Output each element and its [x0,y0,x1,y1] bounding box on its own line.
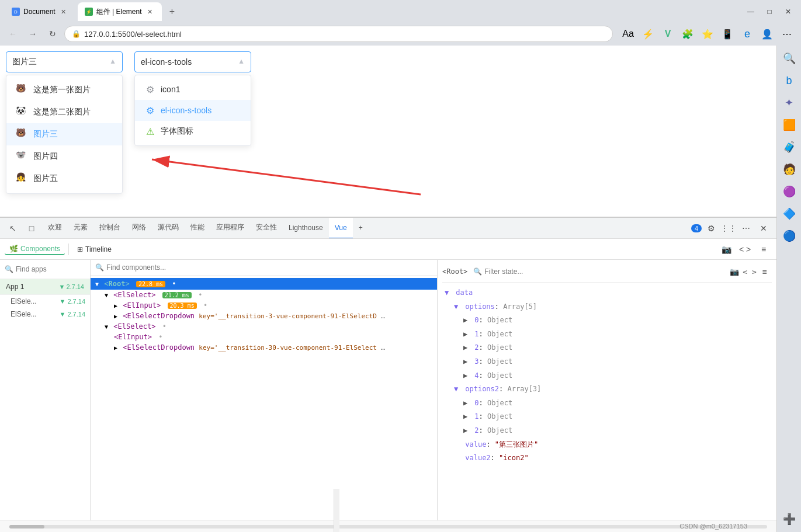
devtools-network-conditions-button[interactable]: ⋮⋮ [720,220,737,237]
comp-row-dropdown1[interactable]: ▶ <ElSelectDropdown key='__transition-3-… [91,311,424,321]
options2-root-expand-icon[interactable]: ▼ [454,383,461,396]
tab-welcome[interactable]: 欢迎 [42,218,68,239]
refresh-button[interactable]: ↻ [44,26,61,42]
tab-network[interactable]: 网络 [126,218,152,239]
tab-vue[interactable]: Vue [329,218,353,239]
forward-button[interactable]: → [25,26,41,42]
comp-row-elinput1[interactable]: ▶ <ElInput> 20.3 ms • [91,300,437,311]
screenshot-data-button[interactable]: 📷 [727,265,741,279]
inspect-button[interactable]: < > [737,241,753,258]
tab-more[interactable]: + [353,218,369,239]
select1-option-2[interactable]: 🐻 图片三 [6,123,122,145]
opt2-0-expand-icon[interactable]: ▶ [463,397,470,410]
timeline-tab-button[interactable]: ⊞ Timeline [72,244,116,255]
select1-option-0[interactable]: 🐻 这是第一张图片 [6,79,122,101]
comp-row-elselect2[interactable]: ▼ <ElSelect> • [91,321,437,332]
dropdown1-collapse-icon[interactable]: ▶ [114,313,117,319]
scrollbar-thumb[interactable] [9,525,44,528]
comp-row-dropdown2[interactable]: ▶ <ElSelectDropdown key='__transition-30… [91,342,424,353]
expand-all-button[interactable]: ≡ [758,265,772,279]
devtools-settings-button[interactable]: ⚙ [703,220,719,237]
data-row-options2-1[interactable]: ▶ 1: Object [442,410,772,424]
options1-expand-icon[interactable]: ▶ [463,328,470,341]
elinput1-collapse-icon[interactable]: ▶ [114,302,117,309]
opt2-1-expand-icon[interactable]: ▶ [463,411,470,423]
profile-icon[interactable]: 👤 [758,25,776,43]
filter-state-input[interactable] [484,267,725,276]
select2-option-2[interactable]: ⚠ 字体图标 [135,121,251,142]
tab-console[interactable]: 控制台 [93,218,126,239]
vue-icon[interactable]: V [658,25,677,43]
minimize-button[interactable]: — [743,4,759,20]
collections-icon[interactable]: 📱 [718,25,737,43]
comp-search-input[interactable] [106,263,432,272]
scrollbar-track[interactable] [9,525,767,528]
more-button[interactable]: ⋯ [778,25,796,43]
tab-element-close[interactable]: ✕ [145,7,155,16]
url-bar[interactable]: 🔒 127.0.0.1:5500/el-select.html [64,26,613,42]
data-expand-icon[interactable]: ▼ [445,287,452,300]
more-options-button[interactable]: ≡ [755,241,772,258]
back-button[interactable]: ← [5,26,21,42]
comp-row-elselect1[interactable]: ▼ <ElSelect> 21.2 ms • [91,290,437,300]
dropdown2-collapse-icon[interactable]: ▶ [114,345,117,351]
extensions-icon[interactable]: 🧩 [678,25,697,43]
data-row-options-4[interactable]: ▶ 4: Object [442,369,772,383]
components-tab-button[interactable]: 🌿 Components [5,244,65,255]
immersive-reader-icon[interactable]: ⚡ [639,25,657,43]
opt2-2-expand-icon[interactable]: ▶ [463,425,470,437]
edge-icon[interactable]: e [738,25,757,43]
data-row-options-2[interactable]: ▶ 2: Object [442,341,772,355]
select1-input[interactable]: 图片三 ▼ [6,51,123,72]
options3-expand-icon[interactable]: ▶ [463,356,470,368]
elselect2-collapse-icon[interactable]: ▼ [105,324,108,330]
data-row-options2[interactable]: ▼ options2: Array[3] [442,383,772,397]
root-collapse-icon[interactable]: ▼ [95,281,99,287]
read-aloud-icon[interactable]: Aa [619,25,637,43]
tab-lighthouse[interactable]: Lighthouse [283,218,329,239]
tab-element[interactable]: ⚡ 组件 | Element ✕ [78,2,162,21]
comp-row-root[interactable]: ▼ <Root> 22.8 ms • [91,278,437,290]
new-tab-button[interactable]: + [164,4,181,20]
device-toolbar-icon[interactable]: □ [23,220,40,237]
app-item-0[interactable]: App 1 ▼ 2.7.14 [0,279,90,295]
tab-performance[interactable]: 性能 [185,218,210,239]
tab-application[interactable]: 应用程序 [210,218,250,239]
tab-security[interactable]: 安全性 [250,218,283,239]
select2-input[interactable]: el-icon-s-tools ▼ [134,51,251,72]
app-sub-item-0[interactable]: ElSele... ▼ 2.7.14 [6,295,90,308]
collapse-handle[interactable]: ◀ [334,489,339,520]
find-apps-input[interactable] [16,265,91,273]
select2-option-0[interactable]: ⚙ icon1 [135,79,251,100]
data-row-value2[interactable]: ▶ value2: "icon2" [442,451,772,465]
tab-elements[interactable]: 元素 [68,218,93,239]
select1-option-3[interactable]: 🐨 图片四 [6,145,122,168]
devtools-close-button[interactable]: ✕ [755,220,772,237]
elselect1-collapse-icon[interactable]: ▼ [105,292,108,298]
favorites-icon[interactable]: ⭐ [698,25,717,43]
data-row-options-1[interactable]: ▶ 1: Object [442,328,772,342]
tab-sources[interactable]: 源代码 [152,218,185,239]
options4-expand-icon[interactable]: ▶ [463,370,470,383]
devtools-more-button[interactable]: ⋯ [738,220,754,237]
options-expand-icon[interactable]: ▼ [454,301,461,314]
data-row-options2-0[interactable]: ▶ 0: Object [442,397,772,411]
maximize-button[interactable]: □ [761,4,778,20]
app-sub-item-1[interactable]: ElSele... ▼ 2.7.14 [6,308,90,321]
data-row-value[interactable]: ▶ value: "第三张图片" [442,438,772,452]
select2-option-1[interactable]: ⚙ el-icon-s-tools [135,100,251,121]
data-row-options-0[interactable]: ▶ 0: Object [442,314,772,328]
screenshot-button[interactable]: 📷 [718,241,734,258]
comp-row-elinput2[interactable]: <ElInput> • [91,332,437,342]
tab-document[interactable]: D Document ✕ [5,2,75,21]
options0-expand-icon[interactable]: ▶ [463,314,470,327]
data-row-options2-2[interactable]: ▶ 2: Object [442,424,772,438]
inspect-element-icon[interactable]: ↖ [5,220,21,237]
data-row-root[interactable]: ▼ data [442,286,772,300]
select1-option-1[interactable]: 🐼 这是第二张图片 [6,101,122,123]
select1-option-4[interactable]: 👧 图片五 [6,168,122,190]
tab-doc-close[interactable]: ✕ [59,7,68,16]
close-button[interactable]: ✕ [780,4,796,20]
code-data-button[interactable]: < > [743,265,757,279]
data-row-options-3[interactable]: ▶ 3: Object [442,355,772,369]
